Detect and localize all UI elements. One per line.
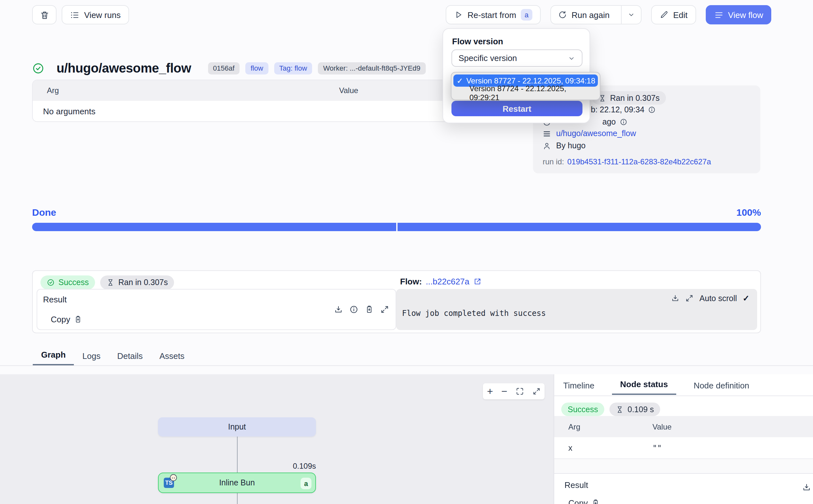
input-node-label: Input (228, 422, 246, 431)
kind-badge[interactable]: flow (245, 62, 268, 74)
main-tabs: Graph Logs Details Assets (0, 349, 813, 366)
progress-bar-segment (398, 223, 761, 231)
run-again-dropdown-button[interactable] (621, 6, 641, 24)
tab-node-status[interactable]: Node status (612, 379, 676, 395)
view-flow-button[interactable]: View flow (705, 5, 771, 24)
node-status-badge: Success (561, 403, 605, 416)
graph-edge (237, 493, 238, 504)
started-at-fragment: b: 22.12, 09:34 (591, 105, 644, 114)
step-node-label: Inline Bun (219, 478, 255, 487)
ran-in-label: Ran in 0.307s (610, 93, 660, 102)
tab-details[interactable]: Details (109, 351, 151, 365)
info-icon (620, 118, 627, 126)
node-args-header: Arg Value (554, 416, 813, 437)
check-circle-icon (47, 279, 55, 286)
arg-column-header: Arg (554, 422, 580, 431)
download-icon[interactable] (334, 305, 343, 314)
external-link-icon (473, 277, 482, 286)
author-row: By hugo (543, 141, 586, 150)
clipboard-icon (592, 499, 600, 504)
flow-link-row: Flow: ...b22c627a (400, 277, 482, 286)
run-id-link[interactable]: 019b4531-f311-112a-6283-82e4b22c627a (567, 157, 711, 166)
zoom-out-icon[interactable]: − (501, 386, 507, 396)
tab-node-definition[interactable]: Node definition (685, 381, 757, 395)
page-title: u/hugo/awesome_flow (57, 61, 191, 75)
restart-from-button[interactable]: Re-start from a (446, 5, 541, 24)
result-panel: Result Copy (37, 289, 396, 330)
flow-path-row: u/hugo/awesome_flow (543, 129, 636, 138)
graph-zoom-toolbar: + − (483, 383, 545, 399)
chevron-down-icon (628, 11, 635, 19)
node-status-row: Success 0.109 s (561, 403, 660, 416)
tab-graph[interactable]: Graph (33, 350, 74, 365)
person-icon (543, 142, 551, 150)
ran-in-badge: Ran in 0.307s (101, 275, 174, 290)
fit-view-icon[interactable] (516, 387, 524, 395)
graph-node-input[interactable]: Input (158, 417, 316, 437)
trash-icon (39, 10, 49, 20)
status-badge: Success (40, 275, 95, 290)
auto-scroll-label[interactable]: Auto scroll (699, 294, 737, 303)
play-icon (454, 10, 463, 19)
tab-assets[interactable]: Assets (151, 351, 193, 365)
node-args-row: x "" (554, 437, 813, 459)
tab-logs[interactable]: Logs (74, 351, 109, 365)
copy-label: Copy (51, 315, 70, 324)
delete-run-button[interactable] (32, 5, 57, 24)
result-card: Success Ran in 0.307s Flow: ...b22c627a … (32, 270, 761, 333)
run-again-split-button: Run again (550, 5, 642, 24)
check-circle-icon (32, 62, 44, 74)
menu-option[interactable]: Version 87724 - 22.12.2025, 09:29:21 (453, 87, 598, 99)
edit-button[interactable]: Edit (651, 5, 696, 24)
flow-job-link[interactable]: ...b22c627a (426, 277, 469, 286)
progress-status-label: Done (32, 207, 56, 218)
node-duration-value: 0.109 s (628, 405, 654, 414)
flow-path-link[interactable]: u/hugo/awesome_flow (556, 129, 636, 138)
arg-value: "" (652, 443, 662, 452)
version-select[interactable]: Specific version (451, 49, 582, 67)
ago-fragment: ago (602, 117, 616, 126)
edit-label: Edit (673, 10, 688, 20)
download-icon[interactable] (671, 294, 679, 302)
expand-icon[interactable] (532, 387, 540, 395)
view-runs-label: View runs (84, 10, 121, 20)
title-row: u/hugo/awesome_flow 0156af flow Tag: flo… (32, 59, 425, 77)
author-label: By hugo (556, 141, 586, 150)
log-panel: Auto scroll ✓ Flow job completed with su… (396, 289, 757, 330)
run-again-button[interactable]: Run again (551, 6, 617, 24)
restart-from-label: Re-start from (468, 10, 516, 20)
version-select-value: Specific version (459, 53, 517, 63)
copy-button[interactable]: Copy (568, 498, 600, 504)
node-panel: Timeline Node status Node definition Suc… (554, 374, 813, 504)
node-panel-tabs: Timeline Node status Node definition (563, 379, 758, 395)
tag-badge[interactable]: Tag: flow (274, 62, 312, 74)
result-label: Result (43, 295, 67, 304)
download-icon[interactable] (802, 483, 811, 492)
progress-percent: 100% (736, 207, 761, 218)
zoom-in-icon[interactable]: + (487, 386, 493, 396)
maximize-icon[interactable] (380, 305, 389, 314)
graph-pane: + − Input 0.109s TS Inline Bun a (0, 374, 554, 504)
tab-timeline[interactable]: Timeline (563, 381, 603, 395)
graph-node-step[interactable]: TS Inline Bun a (158, 473, 316, 493)
restart-from-step-badge: a (521, 9, 532, 21)
info-icon (648, 106, 656, 114)
copy-button[interactable]: Copy (51, 315, 83, 324)
checkmark-icon[interactable]: ✓ (743, 293, 749, 303)
bun-icon (170, 474, 177, 482)
view-runs-button[interactable]: View runs (62, 5, 129, 24)
toolbar-right: Re-start from a Run again Edit View flow (446, 5, 772, 24)
progress-bar-segment (32, 223, 396, 231)
info-icon[interactable] (349, 305, 358, 314)
divider (554, 395, 813, 396)
maximize-icon[interactable] (685, 294, 694, 302)
result-label: Result (564, 480, 588, 490)
value-column-header: Value (652, 422, 672, 431)
arg-name: x (554, 443, 573, 452)
restart-button[interactable]: Restart (451, 101, 582, 116)
status-label: Success (58, 278, 89, 287)
version-dropdown-menu: ✓ Version 87727 - 22.12.2025, 09:34:18 V… (451, 72, 600, 100)
node-duration-badge: 0.109 s (610, 403, 660, 416)
clipboard-icon[interactable] (365, 305, 374, 314)
menu-icon (714, 10, 723, 20)
